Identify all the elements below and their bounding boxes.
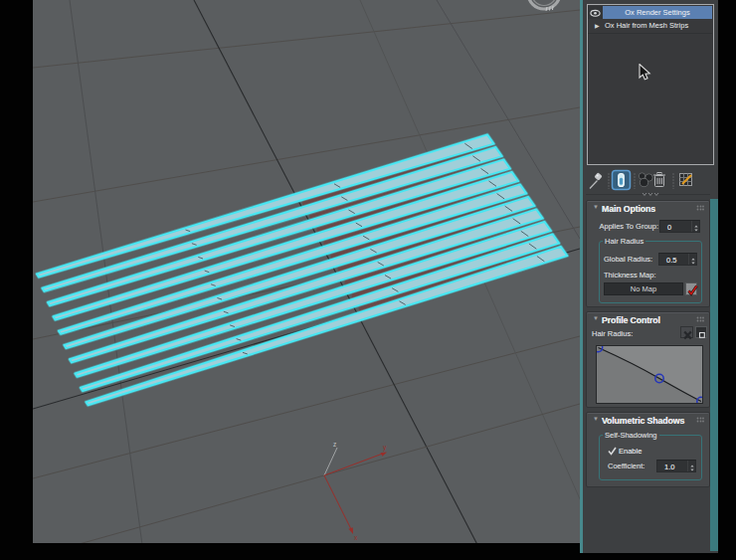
svg-text:z: z <box>333 441 336 448</box>
svg-text:x: x <box>354 534 358 541</box>
svg-text:y: y <box>383 444 387 452</box>
